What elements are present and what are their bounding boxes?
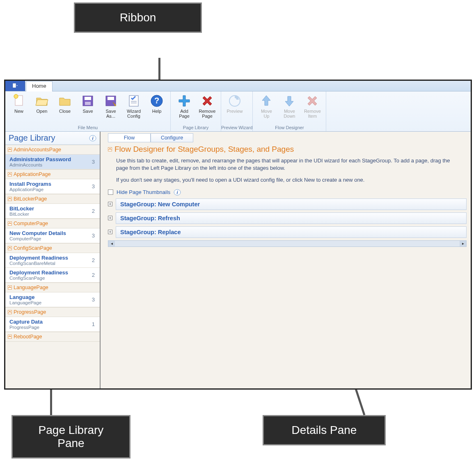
chevron-up-icon (8, 172, 12, 176)
library-item[interactable]: LanguageLanguagePage3 (5, 292, 100, 307)
annotation-line (158, 58, 160, 81)
group-name: LanguagePage (14, 285, 48, 290)
group-name: ConfigScanPage (14, 245, 52, 251)
page-library-pane: Page Library i AdminAccountsPageAdminist… (5, 132, 101, 388)
group-name: ProgressPage (14, 309, 46, 315)
new-icon (12, 94, 26, 108)
stage-group-bar[interactable]: StageGroup: Replace (116, 226, 467, 238)
open-button[interactable]: Open (31, 93, 53, 114)
hide-thumbnails-checkbox[interactable] (108, 189, 113, 195)
horizontal-scrollbar[interactable]: ◂ ▸ (108, 240, 467, 247)
chevron-up-icon (8, 221, 12, 226)
scroll-left-icon[interactable]: ◂ (108, 241, 115, 246)
ribbon-group-label: File Menu (5, 124, 170, 131)
library-item[interactable]: Deployment ReadinessConfigScanBareMetal2 (5, 253, 100, 268)
move-down-button[interactable]: Move Down (278, 93, 300, 119)
ribbon-group-flow-designer: Move Up Move Down Remove Item Flow Desig… (253, 91, 326, 131)
item-title: Administrator Password (9, 156, 71, 162)
svg-rect-5 (85, 97, 91, 100)
stage-group-bar[interactable]: StageGroup: New Computer (116, 198, 467, 210)
page-library-title: Page Library (9, 133, 55, 143)
library-item[interactable]: Install ProgramsApplicationPage3 (5, 179, 100, 194)
scroll-right-icon[interactable]: ▸ (460, 241, 466, 246)
tab-configure[interactable]: Configure (151, 133, 193, 142)
move-up-button[interactable]: Move Up (255, 93, 277, 119)
item-subtitle: ComputerPage (9, 236, 66, 241)
expand-icon[interactable]: + (108, 202, 112, 206)
add-page-button[interactable]: Add Page (173, 93, 195, 119)
label: Move Up (261, 109, 272, 119)
plus-icon (177, 94, 191, 108)
library-group-header[interactable]: ComputerPage (5, 219, 100, 228)
svg-point-3 (14, 94, 18, 98)
wizard-config-button[interactable]: Wizard Config (123, 93, 145, 119)
chevron-up-icon (8, 148, 12, 152)
library-group-header[interactable]: AdminAccountsPage (5, 145, 100, 155)
app-menu-button[interactable] (5, 81, 25, 91)
svg-rect-6 (85, 102, 91, 105)
tab-flow[interactable]: Flow (108, 133, 151, 142)
collapse-icon[interactable] (108, 147, 112, 151)
save-as-icon (104, 94, 118, 108)
library-item[interactable]: Capture DataProgressPage1 (5, 317, 100, 332)
library-group-header[interactable]: ApplicationPage (5, 169, 100, 179)
library-item[interactable]: New Computer DetailsComputerPage3 (5, 228, 100, 243)
chevron-up-icon (8, 310, 12, 314)
item-subtitle: LanguagePage (9, 300, 41, 305)
group-name: ApplicationPage (14, 171, 50, 177)
label: Close (59, 109, 71, 114)
library-group-header[interactable]: RebootPage (5, 332, 100, 342)
item-count: 3 (92, 233, 96, 239)
label: Remove Page (199, 109, 216, 119)
item-title: New Computer Details (9, 230, 66, 236)
label: Save As... (105, 109, 116, 119)
group-name: BitLockerPage (14, 196, 47, 202)
library-item[interactable]: Deployment ReadinessConfigScanPage2 (5, 268, 100, 283)
wizard-config-icon (127, 94, 141, 108)
library-group-header[interactable]: LanguagePage (5, 283, 100, 292)
svg-rect-8 (108, 97, 114, 100)
remove-page-button[interactable]: Remove Page (196, 93, 218, 119)
annotation-details-pane: Details Pane (263, 415, 386, 445)
expand-icon[interactable]: + (108, 216, 112, 220)
item-count: 1 (92, 321, 96, 327)
close-button[interactable]: Close (54, 93, 76, 114)
stage-group-bar[interactable]: StageGroup: Refresh (116, 212, 467, 224)
library-group-header[interactable]: BitLockerPage (5, 194, 100, 204)
info-icon[interactable]: i (89, 135, 96, 142)
x-icon (200, 94, 214, 108)
expand-icon[interactable]: + (108, 230, 112, 234)
save-button[interactable]: Save (77, 93, 99, 114)
page-library-scroll[interactable]: AdminAccountsPageAdministrator PasswordA… (5, 145, 100, 388)
svg-rect-1 (13, 83, 16, 88)
annotation-ribbon: Ribbon (74, 2, 202, 33)
library-item[interactable]: Administrator PasswordAdminAccounts3 (5, 155, 100, 169)
item-title: Install Programs (9, 181, 51, 187)
help-button[interactable]: ? Help (146, 93, 168, 114)
save-as-button[interactable]: Save As... (100, 93, 122, 119)
info-icon[interactable]: i (174, 189, 181, 196)
tab-home[interactable]: Home (26, 81, 53, 91)
arrow-up-icon (259, 94, 273, 108)
help-icon: ? (150, 94, 164, 108)
library-item[interactable]: BitLockerBitLocker2 (5, 204, 100, 219)
annotation-page-library-pane: Page Library Pane (11, 415, 130, 459)
titlebar: Home (5, 81, 471, 91)
new-button[interactable]: New (8, 93, 30, 114)
label: New (14, 109, 23, 114)
library-group-header[interactable]: ProgressPage (5, 307, 100, 317)
hide-thumbnails-label: Hide Page Thumbnails (117, 189, 170, 195)
document-dropdown-icon (12, 83, 18, 89)
flow-designer-description: Use this tab to create, edit, remove, an… (116, 157, 453, 184)
app-window: Home New Open Close Save (4, 80, 472, 390)
preview-button[interactable]: Preview (224, 93, 246, 114)
details-tabs: Flow Configure (101, 132, 471, 142)
library-group-header[interactable]: ConfigScanPage (5, 243, 100, 253)
remove-item-button[interactable]: Remove Item (301, 93, 323, 119)
stage-group-row: +StageGroup: New Computer (108, 198, 467, 210)
chevron-up-icon (8, 246, 12, 250)
stage-group-row: +StageGroup: Replace (108, 226, 467, 238)
body: Page Library i AdminAccountsPageAdminist… (5, 132, 471, 388)
svg-text:?: ? (154, 96, 159, 105)
label: Preview (227, 109, 243, 114)
